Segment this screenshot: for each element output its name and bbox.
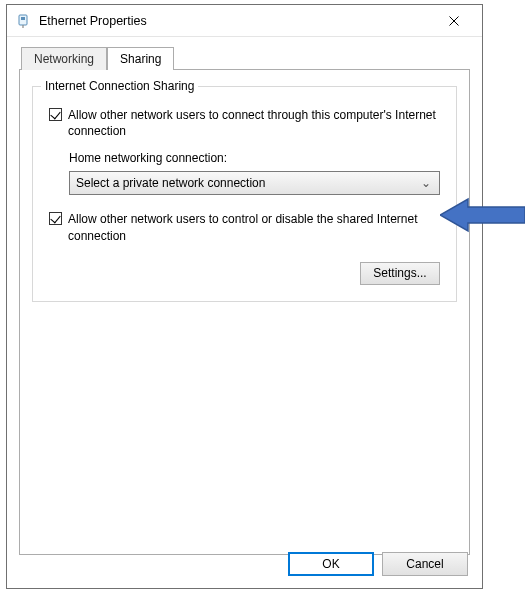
- svg-rect-1: [21, 17, 25, 20]
- checkbox-allow-control-row: Allow other network users to control or …: [49, 211, 440, 243]
- chevron-down-icon: ⌄: [419, 176, 433, 190]
- window-title: Ethernet Properties: [39, 14, 434, 28]
- checkbox-allow-connect[interactable]: [49, 108, 62, 121]
- ok-button[interactable]: OK: [288, 552, 374, 576]
- checkbox-allow-control-label: Allow other network users to control or …: [68, 211, 440, 243]
- ok-button-label: OK: [322, 557, 339, 571]
- home-networking-label: Home networking connection:: [69, 151, 440, 165]
- groupbox-ics: Internet Connection Sharing Allow other …: [32, 86, 457, 302]
- home-networking-section: Home networking connection: Select a pri…: [49, 151, 440, 195]
- settings-row: Settings...: [49, 262, 440, 285]
- combo-selected-value: Select a private network connection: [76, 176, 419, 190]
- cancel-button[interactable]: Cancel: [382, 552, 468, 576]
- dialog-content: Networking Sharing Internet Connection S…: [7, 37, 482, 567]
- cancel-button-label: Cancel: [406, 557, 443, 571]
- titlebar: Ethernet Properties: [7, 5, 482, 37]
- dialog-footer: OK Cancel: [288, 552, 468, 576]
- tab-networking[interactable]: Networking: [21, 47, 107, 70]
- checkbox-allow-control[interactable]: [49, 212, 62, 225]
- properties-dialog: Ethernet Properties Networking Sharing I…: [6, 4, 483, 589]
- settings-button[interactable]: Settings...: [360, 262, 440, 285]
- tab-panel-sharing: Internet Connection Sharing Allow other …: [19, 69, 470, 555]
- tabs: Networking Sharing: [19, 45, 470, 69]
- settings-button-label: Settings...: [373, 266, 426, 280]
- checkbox-allow-connect-row: Allow other network users to connect thr…: [49, 107, 440, 139]
- checkbox-allow-connect-label: Allow other network users to connect thr…: [68, 107, 440, 139]
- home-networking-combo[interactable]: Select a private network connection ⌄: [69, 171, 440, 195]
- tab-sharing[interactable]: Sharing: [107, 47, 174, 70]
- ethernet-icon: [15, 13, 31, 29]
- close-button[interactable]: [434, 7, 474, 35]
- groupbox-title: Internet Connection Sharing: [41, 79, 198, 93]
- tab-label: Networking: [34, 52, 94, 66]
- tab-label: Sharing: [120, 52, 161, 66]
